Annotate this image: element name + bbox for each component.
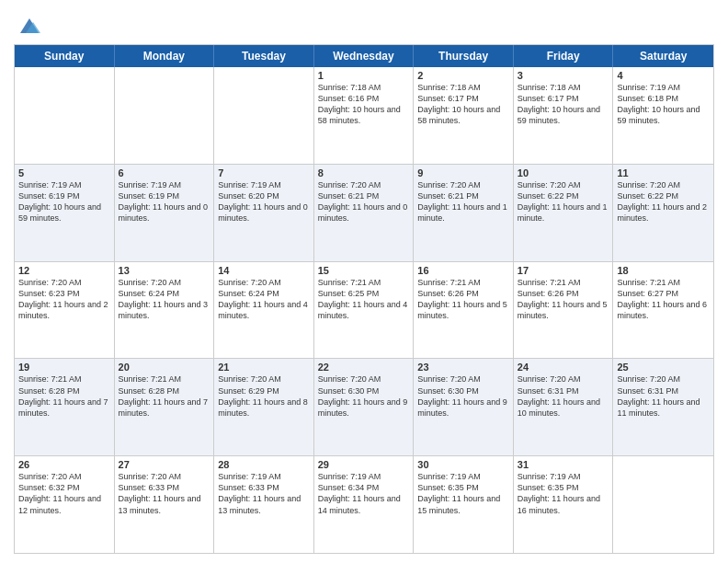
day-info: Sunrise: 7:21 AM Sunset: 6:26 PM Dayligh… <box>518 277 609 322</box>
day-number: 20 <box>119 362 210 373</box>
day-info: Sunrise: 7:18 AM Sunset: 6:16 PM Dayligh… <box>318 82 410 127</box>
day-number: 26 <box>18 459 110 470</box>
cal-cell <box>15 67 115 164</box>
header-day-sunday: Sunday <box>15 45 115 67</box>
day-info: Sunrise: 7:21 AM Sunset: 6:26 PM Dayligh… <box>417 277 509 322</box>
day-number: 2 <box>417 70 509 81</box>
day-number: 29 <box>318 459 410 470</box>
cal-cell: 29Sunrise: 7:19 AM Sunset: 6:34 PM Dayli… <box>314 456 415 553</box>
header-day-tuesday: Tuesday <box>214 45 314 67</box>
calendar-body: 1Sunrise: 7:18 AM Sunset: 6:16 PM Daylig… <box>15 67 713 553</box>
day-number: 31 <box>518 459 609 470</box>
header-day-saturday: Saturday <box>613 45 713 67</box>
cal-cell: 21Sunrise: 7:20 AM Sunset: 6:29 PM Dayli… <box>214 359 314 455</box>
day-info: Sunrise: 7:20 AM Sunset: 6:21 PM Dayligh… <box>318 179 410 224</box>
day-number: 27 <box>119 459 210 470</box>
header-day-friday: Friday <box>514 45 614 67</box>
day-number: 1 <box>318 70 410 81</box>
cal-cell: 19Sunrise: 7:21 AM Sunset: 6:28 PM Dayli… <box>15 359 115 455</box>
day-info: Sunrise: 7:19 AM Sunset: 6:20 PM Dayligh… <box>218 179 310 224</box>
day-info: Sunrise: 7:21 AM Sunset: 6:28 PM Dayligh… <box>18 373 110 419</box>
cal-cell: 14Sunrise: 7:20 AM Sunset: 6:24 PM Dayli… <box>214 262 314 359</box>
cal-cell: 2Sunrise: 7:18 AM Sunset: 6:17 PM Daylig… <box>414 67 514 164</box>
cal-cell: 26Sunrise: 7:20 AM Sunset: 6:32 PM Dayli… <box>15 456 115 553</box>
cal-cell: 11Sunrise: 7:20 AM Sunset: 6:22 PM Dayli… <box>613 165 713 261</box>
cal-cell: 7Sunrise: 7:19 AM Sunset: 6:20 PM Daylig… <box>214 165 314 261</box>
day-info: Sunrise: 7:20 AM Sunset: 6:31 PM Dayligh… <box>617 373 710 419</box>
day-number: 16 <box>417 265 509 276</box>
cal-cell: 12Sunrise: 7:20 AM Sunset: 6:23 PM Dayli… <box>15 262 115 359</box>
cal-cell: 22Sunrise: 7:20 AM Sunset: 6:30 PM Dayli… <box>314 359 415 455</box>
day-number: 23 <box>417 362 509 373</box>
cal-cell: 5Sunrise: 7:19 AM Sunset: 6:19 PM Daylig… <box>15 165 115 261</box>
cal-cell: 24Sunrise: 7:20 AM Sunset: 6:31 PM Dayli… <box>514 359 614 455</box>
header-day-wednesday: Wednesday <box>314 45 415 67</box>
day-info: Sunrise: 7:19 AM Sunset: 6:34 PM Dayligh… <box>318 471 410 516</box>
day-number: 10 <box>518 167 609 178</box>
cal-cell: 10Sunrise: 7:20 AM Sunset: 6:22 PM Dayli… <box>514 165 614 261</box>
day-info: Sunrise: 7:19 AM Sunset: 6:19 PM Dayligh… <box>119 179 210 224</box>
logo <box>14 13 42 39</box>
cal-cell: 6Sunrise: 7:19 AM Sunset: 6:19 PM Daylig… <box>115 165 215 261</box>
calendar-header: SundayMondayTuesdayWednesdayThursdayFrid… <box>15 45 713 67</box>
cal-cell: 18Sunrise: 7:21 AM Sunset: 6:27 PM Dayli… <box>613 262 713 359</box>
day-info: Sunrise: 7:21 AM Sunset: 6:28 PM Dayligh… <box>119 373 210 419</box>
header-day-monday: Monday <box>115 45 215 67</box>
day-number: 19 <box>18 362 110 373</box>
week-row-4: 19Sunrise: 7:21 AM Sunset: 6:28 PM Dayli… <box>15 359 713 456</box>
day-number: 5 <box>18 167 110 178</box>
week-row-1: 1Sunrise: 7:18 AM Sunset: 6:16 PM Daylig… <box>15 67 713 165</box>
day-number: 8 <box>318 167 410 178</box>
cal-cell: 15Sunrise: 7:21 AM Sunset: 6:25 PM Dayli… <box>314 262 415 359</box>
day-number: 14 <box>218 265 310 276</box>
day-info: Sunrise: 7:19 AM Sunset: 6:35 PM Dayligh… <box>518 471 609 516</box>
cal-cell <box>214 67 314 164</box>
day-info: Sunrise: 7:18 AM Sunset: 6:17 PM Dayligh… <box>417 82 509 127</box>
day-info: Sunrise: 7:20 AM Sunset: 6:23 PM Dayligh… <box>18 277 110 322</box>
cal-cell <box>115 67 215 164</box>
day-number: 25 <box>617 362 710 373</box>
cal-cell: 23Sunrise: 7:20 AM Sunset: 6:30 PM Dayli… <box>414 359 514 455</box>
day-number: 9 <box>417 167 509 178</box>
day-number: 12 <box>18 265 110 276</box>
cal-cell: 9Sunrise: 7:20 AM Sunset: 6:21 PM Daylig… <box>414 165 514 261</box>
cal-cell: 3Sunrise: 7:18 AM Sunset: 6:17 PM Daylig… <box>514 67 614 164</box>
cal-cell: 16Sunrise: 7:21 AM Sunset: 6:26 PM Dayli… <box>414 262 514 359</box>
day-number: 15 <box>318 265 410 276</box>
day-info: Sunrise: 7:19 AM Sunset: 6:35 PM Dayligh… <box>417 471 509 516</box>
header-day-thursday: Thursday <box>414 45 514 67</box>
calendar: SundayMondayTuesdayWednesdayThursdayFrid… <box>14 44 714 554</box>
day-number: 30 <box>417 459 509 470</box>
cal-cell: 4Sunrise: 7:19 AM Sunset: 6:18 PM Daylig… <box>613 67 713 164</box>
day-info: Sunrise: 7:20 AM Sunset: 6:22 PM Dayligh… <box>617 179 710 224</box>
cal-cell: 1Sunrise: 7:18 AM Sunset: 6:16 PM Daylig… <box>314 67 415 164</box>
day-number: 21 <box>218 362 310 373</box>
day-info: Sunrise: 7:20 AM Sunset: 6:30 PM Dayligh… <box>417 373 509 419</box>
day-info: Sunrise: 7:21 AM Sunset: 6:25 PM Dayligh… <box>318 277 410 322</box>
day-number: 6 <box>119 167 210 178</box>
cal-cell: 25Sunrise: 7:20 AM Sunset: 6:31 PM Dayli… <box>613 359 713 455</box>
day-number: 7 <box>218 167 310 178</box>
cal-cell: 8Sunrise: 7:20 AM Sunset: 6:21 PM Daylig… <box>314 165 415 261</box>
day-info: Sunrise: 7:21 AM Sunset: 6:27 PM Dayligh… <box>617 277 710 322</box>
day-info: Sunrise: 7:20 AM Sunset: 6:32 PM Dayligh… <box>18 471 110 516</box>
day-number: 24 <box>518 362 609 373</box>
day-info: Sunrise: 7:20 AM Sunset: 6:29 PM Dayligh… <box>218 373 310 419</box>
day-info: Sunrise: 7:20 AM Sunset: 6:31 PM Dayligh… <box>518 373 609 419</box>
cal-cell: 28Sunrise: 7:19 AM Sunset: 6:33 PM Dayli… <box>214 456 314 553</box>
day-number: 28 <box>218 459 310 470</box>
page: SundayMondayTuesdayWednesdayThursdayFrid… <box>0 0 728 563</box>
day-info: Sunrise: 7:19 AM Sunset: 6:19 PM Dayligh… <box>18 179 110 224</box>
day-info: Sunrise: 7:20 AM Sunset: 6:24 PM Dayligh… <box>119 277 210 322</box>
cal-cell: 20Sunrise: 7:21 AM Sunset: 6:28 PM Dayli… <box>115 359 215 455</box>
day-number: 18 <box>617 265 710 276</box>
logo-icon <box>17 13 42 39</box>
cal-cell: 31Sunrise: 7:19 AM Sunset: 6:35 PM Dayli… <box>514 456 614 553</box>
day-info: Sunrise: 7:20 AM Sunset: 6:21 PM Dayligh… <box>417 179 509 224</box>
day-number: 3 <box>518 70 609 81</box>
cal-cell: 30Sunrise: 7:19 AM Sunset: 6:35 PM Dayli… <box>414 456 514 553</box>
day-info: Sunrise: 7:20 AM Sunset: 6:33 PM Dayligh… <box>119 471 210 516</box>
day-info: Sunrise: 7:20 AM Sunset: 6:24 PM Dayligh… <box>218 277 310 322</box>
day-number: 17 <box>518 265 609 276</box>
week-row-3: 12Sunrise: 7:20 AM Sunset: 6:23 PM Dayli… <box>15 262 713 360</box>
